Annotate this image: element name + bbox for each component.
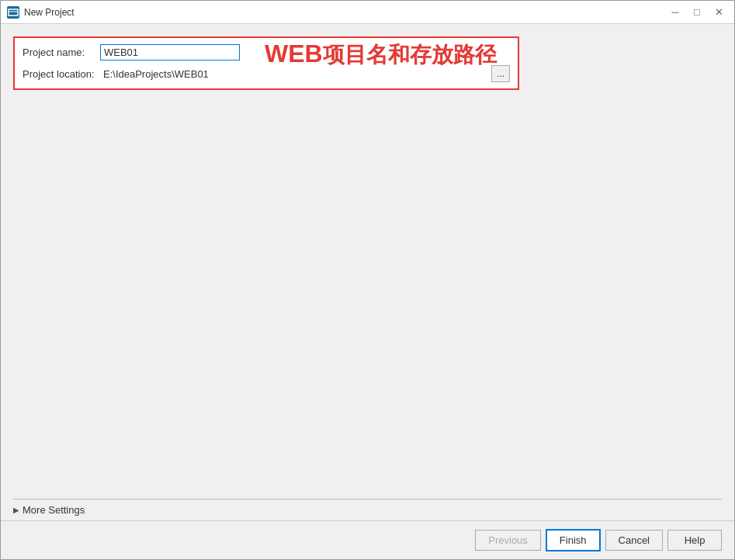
browse-button[interactable]: ... — [491, 65, 510, 82]
new-project-window: New Project ─ □ ✕ WEB项目名和存放路径 Project na… — [0, 0, 735, 560]
previous-button[interactable]: Previous — [475, 530, 541, 551]
title-bar-left: New Project — [7, 6, 75, 19]
close-button[interactable]: ✕ — [709, 5, 728, 20]
form-area: Project name: Project location: ... — [13, 36, 519, 90]
svg-rect-0 — [9, 9, 18, 16]
more-settings-bar: ▶ More Settings — [13, 499, 722, 520]
window-title: New Project — [24, 7, 75, 18]
more-settings-arrow-icon: ▶ — [13, 506, 19, 514]
project-name-label: Project name: — [23, 47, 100, 58]
maximize-button[interactable]: □ — [688, 5, 706, 20]
bottom-bar: Previous Finish Cancel Help — [1, 520, 734, 559]
content-area: WEB项目名和存放路径 Project name: Project locati… — [1, 24, 734, 520]
project-name-input[interactable] — [100, 44, 240, 60]
cancel-button[interactable]: Cancel — [605, 530, 663, 551]
location-row — [100, 67, 488, 81]
content-spacer — [13, 98, 722, 499]
title-bar: New Project ─ □ ✕ — [1, 1, 734, 24]
project-location-input[interactable] — [100, 67, 488, 81]
project-name-row: Project name: — [23, 44, 510, 60]
finish-button[interactable]: Finish — [546, 529, 601, 551]
app-icon — [7, 6, 19, 19]
help-button[interactable]: Help — [667, 530, 722, 551]
project-location-label: Project location: — [23, 68, 100, 80]
more-settings-label[interactable]: More Settings — [23, 504, 85, 516]
title-bar-controls: ─ □ ✕ — [666, 5, 728, 20]
minimize-button[interactable]: ─ — [666, 5, 685, 20]
project-location-row: Project location: ... — [23, 65, 510, 82]
